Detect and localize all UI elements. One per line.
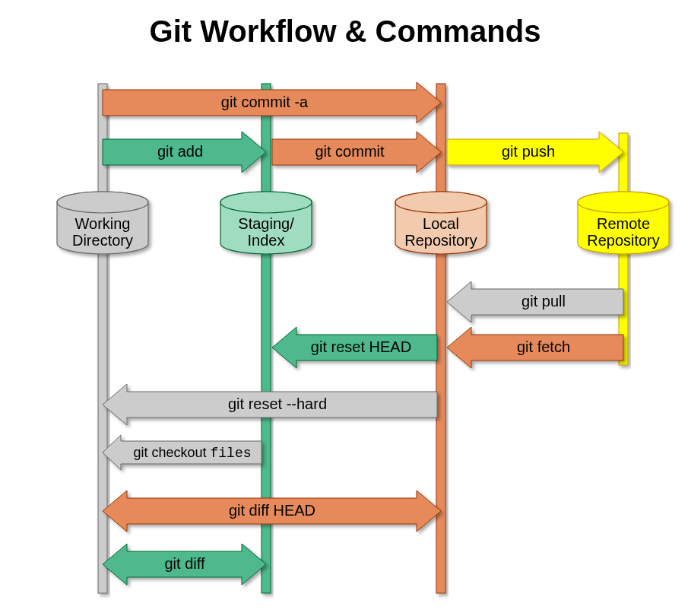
node-remote-line2: Repository xyxy=(587,232,660,249)
svg-point-3 xyxy=(578,192,669,213)
node-local-line2: Repository xyxy=(404,232,477,249)
node-local-line1: Local xyxy=(423,215,459,232)
arrow-reset-head: git reset HEAD xyxy=(272,327,437,368)
arrow-label-reset-head: git reset HEAD xyxy=(311,338,411,355)
arrow-commit-a: git commit -a xyxy=(103,82,441,123)
svg-point-1 xyxy=(220,192,312,213)
arrow-push: git push xyxy=(447,132,623,173)
node-remote: Remote Repository xyxy=(578,192,669,254)
arrow-label-fetch: git fetch xyxy=(517,338,570,355)
arrow-commit: git commit xyxy=(272,132,441,173)
arrow-add: git add xyxy=(103,132,266,173)
arrow-label-diff-head: git diff HEAD xyxy=(229,502,315,519)
arrow-fetch: git fetch xyxy=(447,327,623,368)
node-working: Working Directory xyxy=(57,192,148,254)
svg-point-2 xyxy=(395,192,487,213)
svg-point-0 xyxy=(57,192,148,213)
node-working-line2: Directory xyxy=(72,232,133,249)
arrow-label-add: git add xyxy=(157,143,203,160)
arrow-pull: git pull xyxy=(447,281,623,322)
arrow-label-checkout: git checkout files xyxy=(133,445,251,461)
arrow-label-commit: git commit xyxy=(315,143,385,160)
node-remote-line1: Remote xyxy=(597,215,650,232)
node-staging: Staging/ Index xyxy=(220,192,312,254)
lane-local xyxy=(436,84,445,593)
arrow-diff-head: git diff HEAD xyxy=(103,491,441,532)
arrow-diff: git diff xyxy=(103,544,266,585)
node-staging-line2: Index xyxy=(248,232,285,249)
arrow-label-diff: git diff xyxy=(165,555,205,572)
node-local: Local Repository xyxy=(395,192,487,254)
node-working-line1: Working xyxy=(75,215,131,232)
arrow-checkout: git checkout files xyxy=(103,435,262,470)
arrow-label-commit-a: git commit -a xyxy=(221,94,309,110)
page-title: Git Workflow & Commands xyxy=(150,14,541,48)
arrow-label-reset-hard: git reset --hard xyxy=(228,395,327,412)
node-staging-line1: Staging/ xyxy=(238,215,294,232)
arrow-label-pull: git pull xyxy=(521,293,566,310)
arrow-label-push: git push xyxy=(502,143,555,160)
